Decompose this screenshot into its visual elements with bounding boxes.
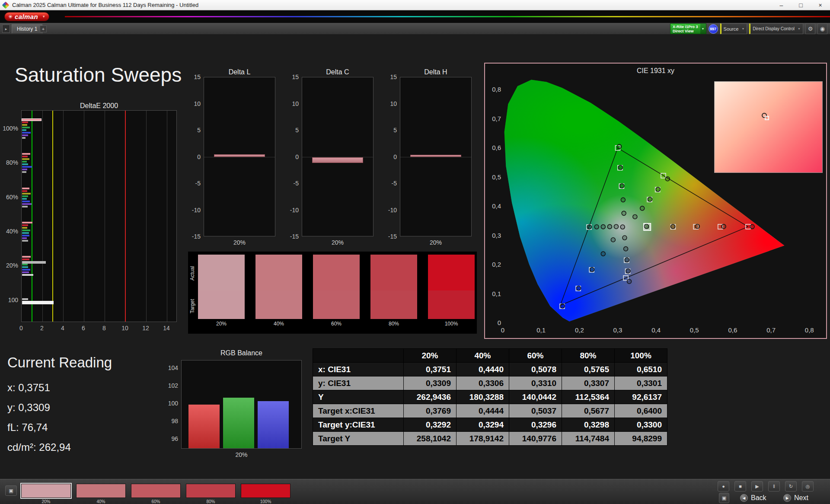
- y-axis-tick: 0: [487, 319, 501, 326]
- table-cell: 0,3751: [404, 363, 456, 376]
- table-cell: 0,4444: [456, 404, 509, 418]
- calman-logo-menu[interactable]: ✳ calman ▼: [4, 12, 49, 21]
- measurement-table: 20%40%60%80%100% x: CIE310,37510,44400,5…: [313, 348, 667, 446]
- swatch-label: 60%: [131, 499, 181, 504]
- next-label: Next: [794, 494, 808, 502]
- y-axis-tick: 100: [165, 400, 178, 407]
- pause-icon[interactable]: ‖: [768, 481, 780, 491]
- table-row: y: CIE310,33090,33060,33100,33070,3301: [313, 376, 667, 390]
- gridline: [167, 111, 167, 322]
- measured-marker: [620, 184, 624, 188]
- y-axis-tick: -5: [386, 180, 397, 187]
- measured-marker: [626, 269, 630, 273]
- gridline: [63, 111, 64, 322]
- x-axis-label: 20%: [302, 239, 374, 246]
- x-axis-tick: 0: [17, 325, 26, 332]
- back-icon: ◀: [740, 494, 748, 502]
- measured-marker: [601, 252, 605, 256]
- close-button[interactable]: ×: [811, 0, 830, 10]
- measured-marker: [607, 224, 612, 229]
- measured-marker: [627, 279, 632, 284]
- deltae-bar: [22, 121, 28, 123]
- x-axis-tick: 0: [496, 326, 510, 334]
- target-color: [313, 290, 360, 319]
- y-axis-labels: 151050-5-10-15: [289, 77, 300, 236]
- next-button[interactable]: ▶ Next: [783, 493, 808, 503]
- reading-cdm2: cd/m²: 262,94: [7, 437, 154, 457]
- play-icon[interactable]: ▶: [751, 481, 763, 491]
- back-button[interactable]: ◀ Back: [740, 493, 766, 503]
- meter-scope-button[interactable]: ◉: [817, 23, 827, 34]
- table-cell: 140,9776: [509, 432, 562, 446]
- sample-swatch: [313, 255, 360, 319]
- deltae-bar: [22, 230, 30, 231]
- saturation-swatch[interactable]: [241, 484, 290, 498]
- chart-title: Delta L: [204, 68, 275, 76]
- deltae-bar: [22, 232, 29, 234]
- chart-title: DeltaE 2000: [21, 102, 177, 110]
- y-axis-tick: 10: [189, 100, 201, 107]
- tab-history-1[interactable]: History 1: [12, 24, 42, 33]
- x-axis-tick: 12: [141, 325, 150, 332]
- measured-marker: [624, 247, 628, 251]
- y-axis-labels: 1041021009896: [166, 360, 179, 449]
- meter-connect-button[interactable]: X-Rite i1Pro 3 Direct View ▼: [670, 23, 706, 34]
- record-icon[interactable]: ●: [718, 481, 729, 491]
- table-cell: 0,3309: [404, 376, 456, 390]
- deltae-bar: [22, 235, 29, 236]
- green-bar: [223, 398, 254, 448]
- plot-area: [204, 77, 275, 236]
- measured-marker: [618, 165, 622, 169]
- meter-status-icon[interactable]: ▣: [5, 485, 17, 496]
- deltae-bar: [22, 227, 27, 229]
- layout-button[interactable]: ▣: [719, 493, 729, 503]
- measured-marker: [665, 177, 670, 181]
- deltae-bar: [22, 224, 28, 226]
- saturation-swatch[interactable]: [21, 484, 71, 498]
- group-label: 80%: [2, 159, 18, 166]
- measured-marker: [621, 198, 625, 202]
- delta-bar: [312, 157, 363, 163]
- deltae-bar: [22, 298, 28, 300]
- chevron-down-icon: ▼: [42, 15, 45, 19]
- maximize-button[interactable]: □: [791, 0, 811, 10]
- chevron-down-icon: ▼: [741, 27, 744, 30]
- y-axis-tick: -10: [386, 207, 397, 214]
- target-icon[interactable]: ◎: [802, 481, 814, 491]
- table-cell: 0,6400: [615, 404, 667, 418]
- sample-swatch: [255, 255, 302, 319]
- swatch-label: 20%: [198, 321, 245, 327]
- y-axis-tick: -10: [287, 207, 299, 214]
- deltae-bar: [22, 169, 27, 170]
- y-axis-tick: 0,3: [487, 232, 501, 239]
- y-axis-tick: -5: [287, 180, 299, 187]
- continuous-read-icon[interactable]: ↻: [785, 481, 797, 491]
- saturation-swatch[interactable]: [76, 484, 126, 498]
- history-scroll-button[interactable]: ▸: [2, 25, 10, 33]
- minimize-button[interactable]: –: [772, 0, 791, 10]
- stop-icon[interactable]: ■: [734, 481, 746, 491]
- row-label: y: CIE31: [313, 376, 404, 390]
- table-cell: 0,3300: [615, 418, 667, 432]
- source-dropdown[interactable]: Source ▼: [720, 23, 747, 34]
- delta-h-chart: Delta H 151050-5-10-15 20%: [387, 68, 473, 250]
- brand-name: calman: [15, 13, 38, 20]
- current-reading-block: Current Reading x: 0,3751 y: 0,3309 fL: …: [7, 354, 154, 457]
- delta-c-chart: Delta C 151050-5-10-15 20%: [289, 68, 375, 250]
- settings-gear-button[interactable]: ⚙: [805, 23, 815, 34]
- deltae-bar: [22, 193, 31, 195]
- measured-marker: [622, 236, 627, 240]
- y-axis-tick: -15: [189, 233, 201, 240]
- actual-color: [313, 255, 360, 290]
- display-control-dropdown[interactable]: Direct Display Control ▼: [749, 23, 803, 34]
- add-tab-button[interactable]: +: [40, 26, 47, 32]
- reference-line: [125, 111, 126, 322]
- table-cell: 0,3306: [456, 376, 509, 390]
- y-axis-tick: 104: [165, 364, 178, 371]
- table-cell: 0,6510: [615, 363, 667, 376]
- y-axis-tick: 0: [287, 153, 299, 160]
- saturation-swatch[interactable]: [186, 484, 236, 498]
- actual-color: [428, 255, 475, 290]
- actual-row-label: Actual: [189, 258, 196, 289]
- saturation-swatch[interactable]: [131, 484, 181, 498]
